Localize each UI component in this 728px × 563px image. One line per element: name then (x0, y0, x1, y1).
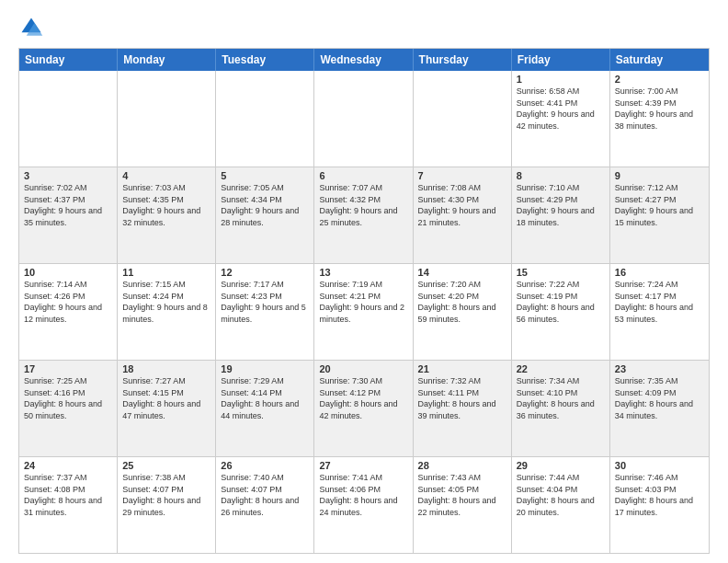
cell-info: Sunrise: 7:27 AMSunset: 4:15 PMDaylight:… (122, 375, 210, 421)
cal-cell-23: 23Sunrise: 7:35 AMSunset: 4:09 PMDayligh… (610, 361, 709, 456)
day-number: 6 (319, 170, 407, 181)
cal-cell-22: 22Sunrise: 7:34 AMSunset: 4:10 PMDayligh… (512, 361, 610, 456)
cell-info: Sunrise: 7:17 AMSunset: 4:23 PMDaylight:… (221, 279, 309, 325)
day-number: 28 (418, 460, 506, 471)
cal-cell-2: 2Sunrise: 7:00 AMSunset: 4:39 PMDaylight… (610, 71, 709, 167)
cell-info: Sunrise: 7:43 AMSunset: 4:05 PMDaylight:… (418, 472, 506, 518)
cal-cell-15: 15Sunrise: 7:22 AMSunset: 4:19 PMDayligh… (512, 264, 610, 360)
cell-info: Sunrise: 7:00 AMSunset: 4:39 PMDaylight:… (615, 86, 704, 132)
cell-info: Sunrise: 7:12 AMSunset: 4:27 PMDaylight:… (615, 182, 704, 228)
calendar-body: 1Sunrise: 6:58 AMSunset: 4:41 PMDaylight… (19, 71, 709, 553)
header-day-friday: Friday (512, 49, 610, 71)
cell-info: Sunrise: 7:37 AMSunset: 4:08 PMDaylight:… (24, 472, 112, 518)
cal-cell-25: 25Sunrise: 7:38 AMSunset: 4:07 PMDayligh… (118, 457, 216, 553)
day-number: 15 (517, 267, 605, 278)
header-day-saturday: Saturday (610, 49, 709, 71)
cell-info: Sunrise: 7:34 AMSunset: 4:10 PMDaylight:… (517, 375, 605, 421)
day-number: 24 (24, 460, 112, 471)
cal-cell-4: 4Sunrise: 7:03 AMSunset: 4:35 PMDaylight… (118, 167, 216, 263)
cell-info: Sunrise: 7:25 AMSunset: 4:16 PMDaylight:… (24, 375, 112, 421)
cal-cell-29: 29Sunrise: 7:44 AMSunset: 4:04 PMDayligh… (512, 457, 610, 553)
calendar-header: SundayMondayTuesdayWednesdayThursdayFrid… (19, 49, 709, 71)
cal-cell-27: 27Sunrise: 7:41 AMSunset: 4:06 PMDayligh… (314, 457, 413, 553)
cal-cell-1: 1Sunrise: 6:58 AMSunset: 4:41 PMDaylight… (512, 71, 610, 167)
cell-info: Sunrise: 7:44 AMSunset: 4:04 PMDaylight:… (517, 472, 605, 518)
cell-info: Sunrise: 7:24 AMSunset: 4:17 PMDaylight:… (615, 279, 704, 325)
page: SundayMondayTuesdayWednesdayThursdayFrid… (0, 0, 728, 563)
day-number: 30 (615, 460, 704, 471)
day-number: 1 (517, 74, 605, 85)
cal-cell-21: 21Sunrise: 7:32 AMSunset: 4:11 PMDayligh… (414, 361, 512, 456)
calendar-row-0: 1Sunrise: 6:58 AMSunset: 4:41 PMDaylight… (19, 71, 709, 167)
day-number: 7 (418, 170, 506, 181)
day-number: 17 (24, 363, 112, 374)
day-number: 14 (418, 267, 506, 278)
day-number: 25 (122, 460, 210, 471)
cell-info: Sunrise: 7:41 AMSunset: 4:06 PMDaylight:… (319, 472, 407, 518)
calendar-row-1: 3Sunrise: 7:02 AMSunset: 4:37 PMDaylight… (19, 167, 709, 263)
cal-cell-30: 30Sunrise: 7:46 AMSunset: 4:03 PMDayligh… (610, 457, 709, 553)
header-day-monday: Monday (118, 49, 216, 71)
cal-cell-14: 14Sunrise: 7:20 AMSunset: 4:20 PMDayligh… (414, 264, 512, 360)
cal-cell-empty (314, 71, 413, 167)
cal-cell-9: 9Sunrise: 7:12 AMSunset: 4:27 PMDaylight… (610, 167, 709, 263)
cal-cell-empty (118, 71, 216, 167)
cal-cell-24: 24Sunrise: 7:37 AMSunset: 4:08 PMDayligh… (19, 457, 118, 553)
logo-icon (18, 15, 44, 40)
cell-info: Sunrise: 7:14 AMSunset: 4:26 PMDaylight:… (24, 279, 112, 325)
cell-info: Sunrise: 7:22 AMSunset: 4:19 PMDaylight:… (517, 279, 605, 325)
cell-info: Sunrise: 7:35 AMSunset: 4:09 PMDaylight:… (615, 375, 704, 421)
cal-cell-12: 12Sunrise: 7:17 AMSunset: 4:23 PMDayligh… (216, 264, 314, 360)
cell-info: Sunrise: 7:30 AMSunset: 4:12 PMDaylight:… (319, 375, 407, 421)
header-day-wednesday: Wednesday (314, 49, 413, 71)
day-number: 10 (24, 267, 112, 278)
day-number: 27 (319, 460, 407, 471)
cell-info: Sunrise: 7:38 AMSunset: 4:07 PMDaylight:… (122, 472, 210, 518)
calendar-row-2: 10Sunrise: 7:14 AMSunset: 4:26 PMDayligh… (19, 263, 709, 360)
day-number: 23 (615, 363, 704, 374)
cell-info: Sunrise: 7:10 AMSunset: 4:29 PMDaylight:… (517, 182, 605, 228)
day-number: 21 (418, 363, 506, 374)
cell-info: Sunrise: 7:20 AMSunset: 4:20 PMDaylight:… (418, 279, 506, 325)
cal-cell-28: 28Sunrise: 7:43 AMSunset: 4:05 PMDayligh… (414, 457, 512, 553)
day-number: 13 (319, 267, 407, 278)
cal-cell-16: 16Sunrise: 7:24 AMSunset: 4:17 PMDayligh… (610, 264, 709, 360)
calendar-row-4: 24Sunrise: 7:37 AMSunset: 4:08 PMDayligh… (19, 456, 709, 553)
cell-info: Sunrise: 7:03 AMSunset: 4:35 PMDaylight:… (122, 182, 210, 228)
cell-info: Sunrise: 7:05 AMSunset: 4:34 PMDaylight:… (221, 182, 309, 228)
calendar-row-3: 17Sunrise: 7:25 AMSunset: 4:16 PMDayligh… (19, 360, 709, 456)
cell-info: Sunrise: 7:46 AMSunset: 4:03 PMDaylight:… (615, 472, 704, 518)
cell-info: Sunrise: 7:19 AMSunset: 4:21 PMDaylight:… (319, 279, 407, 325)
cal-cell-empty (216, 71, 314, 167)
day-number: 22 (517, 363, 605, 374)
cal-cell-empty (414, 71, 512, 167)
cal-cell-13: 13Sunrise: 7:19 AMSunset: 4:21 PMDayligh… (314, 264, 413, 360)
cal-cell-6: 6Sunrise: 7:07 AMSunset: 4:32 PMDaylight… (314, 167, 413, 263)
day-number: 12 (221, 267, 309, 278)
day-number: 11 (122, 267, 210, 278)
cal-cell-empty (19, 71, 118, 167)
day-number: 20 (319, 363, 407, 374)
cell-info: Sunrise: 7:08 AMSunset: 4:30 PMDaylight:… (418, 182, 506, 228)
day-number: 29 (517, 460, 605, 471)
day-number: 4 (122, 170, 210, 181)
cal-cell-20: 20Sunrise: 7:30 AMSunset: 4:12 PMDayligh… (314, 361, 413, 456)
cell-info: Sunrise: 7:07 AMSunset: 4:32 PMDaylight:… (319, 182, 407, 228)
header-day-tuesday: Tuesday (216, 49, 314, 71)
cal-cell-19: 19Sunrise: 7:29 AMSunset: 4:14 PMDayligh… (216, 361, 314, 456)
day-number: 26 (221, 460, 309, 471)
cal-cell-5: 5Sunrise: 7:05 AMSunset: 4:34 PMDaylight… (216, 167, 314, 263)
cell-info: Sunrise: 7:02 AMSunset: 4:37 PMDaylight:… (24, 182, 112, 228)
day-number: 3 (24, 170, 112, 181)
cal-cell-10: 10Sunrise: 7:14 AMSunset: 4:26 PMDayligh… (19, 264, 118, 360)
cal-cell-18: 18Sunrise: 7:27 AMSunset: 4:15 PMDayligh… (118, 361, 216, 456)
day-number: 19 (221, 363, 309, 374)
cell-info: Sunrise: 7:29 AMSunset: 4:14 PMDaylight:… (221, 375, 309, 421)
header (18, 15, 710, 40)
day-number: 5 (221, 170, 309, 181)
calendar: SundayMondayTuesdayWednesdayThursdayFrid… (18, 48, 710, 554)
cal-cell-7: 7Sunrise: 7:08 AMSunset: 4:30 PMDaylight… (414, 167, 512, 263)
cal-cell-11: 11Sunrise: 7:15 AMSunset: 4:24 PMDayligh… (118, 264, 216, 360)
cell-info: Sunrise: 7:32 AMSunset: 4:11 PMDaylight:… (418, 375, 506, 421)
cell-info: Sunrise: 6:58 AMSunset: 4:41 PMDaylight:… (517, 86, 605, 132)
